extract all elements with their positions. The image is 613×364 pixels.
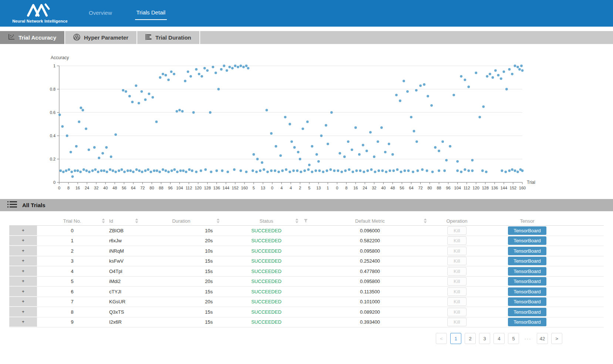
tab-trial-accuracy[interactable]: Trial Accuracy — [0, 31, 65, 44]
trial-metric-cell: 0.095800 — [311, 248, 429, 254]
row-expander[interactable]: + — [9, 236, 37, 246]
page-button[interactable]: 4 — [494, 333, 505, 344]
svg-text:0.4: 0.4 — [50, 134, 55, 138]
kill-button[interactable]: Kill — [447, 236, 466, 245]
table-header: Trial No. Id Duration Status — [9, 216, 604, 226]
row-expander[interactable]: + — [9, 287, 37, 297]
tensorboard-button[interactable]: TensorBoard — [508, 257, 546, 265]
row-expander[interactable]: + — [9, 226, 37, 236]
table-row: + 1 r6xJw 20s SUCCEEDED 0.582200 Kill Te… — [9, 236, 604, 246]
filter-icon[interactable] — [304, 219, 308, 223]
kill-button[interactable]: Kill — [447, 277, 466, 286]
page-button[interactable]: 5 — [508, 333, 519, 344]
trial-status-cell: SUCCEEDED — [222, 309, 311, 315]
row-expander[interactable]: + — [9, 307, 37, 317]
kill-button[interactable]: Kill — [447, 267, 466, 276]
nav-tab-overview[interactable]: Overview — [87, 7, 114, 20]
svg-text:120: 120 — [473, 186, 479, 190]
nni-logo-icon — [26, 3, 54, 18]
sort-icon[interactable] — [102, 219, 105, 223]
trial-no-cell: 8 — [37, 309, 107, 315]
row-expander[interactable]: + — [9, 317, 37, 327]
sort-icon[interactable] — [295, 219, 299, 223]
trial-status-cell: SUCCEEDED — [222, 228, 311, 233]
svg-text:40: 40 — [103, 186, 108, 190]
column-status: Status — [222, 218, 311, 224]
trial-id-cell: r6xJw — [107, 238, 141, 243]
trial-no-cell: 9 — [37, 319, 107, 325]
svg-text:96: 96 — [168, 186, 172, 190]
page-button[interactable]: 1 — [450, 333, 461, 344]
page-button[interactable]: 2 — [465, 333, 476, 344]
trial-status-cell: SUCCEEDED — [222, 238, 311, 243]
top-navbar: Neural Network Intelligence Overview Tri… — [0, 0, 613, 27]
svg-text:8: 8 — [345, 186, 347, 190]
row-expander[interactable]: + — [9, 277, 37, 287]
table-body: + 0 ZBIOB 10s SUCCEEDED 0.096000 Kill Te… — [9, 226, 604, 327]
kill-button[interactable]: Kill — [447, 287, 466, 296]
kill-button[interactable]: Kill — [447, 247, 466, 255]
kill-button[interactable]: Kill — [447, 318, 466, 326]
svg-text:1: 1 — [327, 186, 329, 190]
table-row: + 5 iMdi2 20s SUCCEEDED 0.095800 Kill Te… — [9, 277, 604, 287]
tensorboard-button[interactable]: TensorBoard — [508, 287, 546, 296]
row-expander[interactable]: + — [9, 297, 37, 307]
tensorboard-button[interactable]: TensorBoard — [508, 277, 546, 286]
row-expander[interactable]: + — [9, 266, 37, 276]
kill-button[interactable]: Kill — [447, 297, 466, 306]
svg-text:128: 128 — [482, 186, 489, 190]
trial-duration-cell: 20s — [141, 299, 222, 304]
view-tab-bar: Trial Accuracy Hyper Parameter Trial Dur… — [0, 31, 613, 44]
trial-status-cell: SUCCEEDED — [222, 248, 311, 254]
page-ellipsis[interactable]: ··· — [522, 333, 533, 344]
trial-duration-cell: 15s — [141, 258, 222, 264]
trial-metric-cell: 0.393400 — [311, 319, 429, 325]
tensorboard-button[interactable]: TensorBoard — [508, 247, 546, 255]
trial-duration-cell: 10s — [141, 248, 222, 254]
page-button[interactable]: 3 — [479, 333, 490, 344]
tab-label: Trial Duration — [155, 34, 191, 41]
nav-tab-trials-detail[interactable]: Trials Detail — [135, 7, 167, 20]
scatter-plot: 00.20.40.60.8108162432404856647280889610… — [0, 44, 613, 199]
trial-metric-cell: 0.089200 — [311, 309, 429, 315]
column-operation: Operation — [429, 218, 485, 224]
svg-text:0: 0 — [53, 180, 55, 185]
kill-button[interactable]: Kill — [447, 257, 466, 265]
trial-no-cell: 4 — [37, 269, 107, 274]
column-duration: Duration — [141, 218, 222, 224]
svg-text:48: 48 — [390, 186, 395, 190]
svg-text:112: 112 — [186, 186, 192, 190]
accuracy-chart: 00.20.40.60.8108162432404856647280889610… — [0, 44, 613, 199]
prev-page-button[interactable]: < — [436, 333, 447, 344]
tensorboard-button[interactable]: TensorBoard — [508, 236, 546, 245]
kill-button[interactable]: Kill — [447, 226, 466, 235]
trial-metric-cell: 0.113500 — [311, 289, 429, 294]
tab-trial-duration[interactable]: Trial Duration — [137, 31, 200, 44]
column-trial-no: Trial No. — [37, 218, 107, 224]
svg-text:64: 64 — [131, 186, 135, 190]
svg-text:13: 13 — [316, 186, 321, 190]
tab-hyper-parameter[interactable]: Hyper Parameter — [65, 31, 137, 44]
svg-text:72: 72 — [140, 186, 145, 190]
sort-icon[interactable] — [135, 219, 138, 223]
trial-metric-cell: 0.252400 — [311, 258, 429, 264]
tensorboard-button[interactable]: TensorBoard — [508, 226, 546, 235]
table-row: + 9 I2x6R 15s SUCCEEDED 0.393400 Kill Te… — [9, 317, 604, 328]
row-expander[interactable]: + — [9, 256, 37, 266]
svg-text:152: 152 — [510, 186, 516, 190]
tensorboard-button[interactable]: TensorBoard — [508, 318, 546, 326]
row-expander[interactable]: + — [9, 246, 37, 256]
venn-circles-icon — [73, 34, 80, 42]
tensorboard-button[interactable]: TensorBoard — [508, 267, 546, 276]
table-row: + 0 ZBIOB 10s SUCCEEDED 0.096000 Kill Te… — [9, 226, 604, 236]
svg-text:2: 2 — [299, 186, 301, 190]
sort-icon[interactable] — [216, 219, 220, 223]
tensorboard-button[interactable]: TensorBoard — [508, 308, 546, 316]
sort-icon[interactable] — [424, 219, 427, 223]
trial-metric-cell: 0.582200 — [311, 238, 429, 243]
trial-no-cell: 3 — [37, 258, 107, 264]
page-button[interactable]: 42 — [537, 333, 548, 344]
next-page-button[interactable]: > — [551, 333, 562, 344]
tensorboard-button[interactable]: TensorBoard — [508, 297, 546, 306]
kill-button[interactable]: Kill — [447, 308, 466, 316]
